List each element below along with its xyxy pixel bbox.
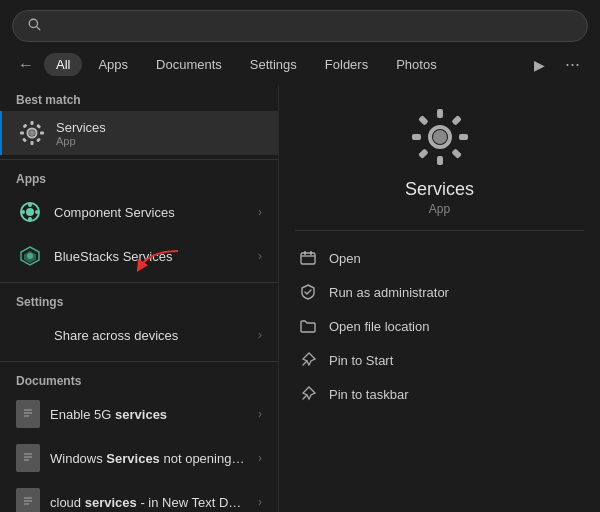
back-button[interactable]: ←: [12, 52, 40, 78]
svg-rect-9: [36, 124, 41, 129]
doc-windows-services[interactable]: Windows Services not opening on Windows …: [0, 436, 278, 480]
action-location-label: Open file location: [329, 319, 429, 334]
left-panel: Best match: [0, 85, 278, 512]
chevron-icon-4: ›: [258, 407, 262, 421]
action-pin-taskbar-label: Pin to taskbar: [329, 387, 409, 402]
pin-start-icon: [299, 351, 317, 369]
divider-3: [0, 361, 278, 362]
component-services-text: Component Services: [54, 205, 248, 220]
share-text: Share across devices: [54, 328, 248, 343]
divider-1: [0, 159, 278, 160]
doc-windows-text: Windows Services not opening on Windows …: [50, 451, 248, 466]
best-match-title: Services: [56, 120, 262, 135]
shield-icon: [299, 283, 317, 301]
app-component-services[interactable]: Component Services ›: [0, 190, 278, 234]
best-match-subtitle: App: [56, 135, 262, 147]
svg-point-12: [29, 130, 35, 136]
svg-rect-39: [451, 115, 462, 126]
action-open-label: Open: [329, 251, 361, 266]
action-open-location[interactable]: Open file location: [279, 309, 600, 343]
svg-rect-10: [22, 138, 27, 143]
svg-line-1: [36, 26, 39, 29]
right-divider: [295, 230, 584, 231]
action-open[interactable]: Open: [279, 241, 600, 275]
svg-rect-35: [437, 109, 443, 118]
svg-point-16: [28, 217, 32, 221]
svg-point-17: [21, 210, 25, 214]
bluestacks-title: BlueStacks Services: [54, 249, 248, 264]
svg-point-18: [35, 210, 39, 214]
svg-line-47: [303, 361, 307, 365]
open-icon: [299, 249, 317, 267]
tab-documents[interactable]: Documents: [144, 53, 234, 76]
svg-rect-30: [21, 493, 35, 511]
chevron-icon-3: ›: [258, 328, 262, 342]
apps-label: Apps: [0, 164, 278, 190]
svg-point-14: [26, 208, 34, 216]
action-pin-taskbar[interactable]: Pin to taskbar: [279, 377, 600, 411]
doc-5g-text: Enable 5G services: [50, 407, 248, 422]
more-button[interactable]: ···: [557, 50, 588, 79]
bluestacks-text: BlueStacks Services: [54, 249, 248, 264]
action-admin-label: Run as administrator: [329, 285, 449, 300]
doc-enable-5g[interactable]: Enable 5G services ›: [0, 392, 278, 436]
chevron-icon-5: ›: [258, 451, 262, 465]
doc-cloud-text: cloud services - in New Text Documents: [50, 495, 248, 510]
chevron-icon-6: ›: [258, 495, 262, 509]
svg-rect-41: [418, 115, 429, 126]
svg-rect-45: [304, 251, 306, 255]
svg-point-43: [433, 130, 447, 144]
share-title: Share across devices: [54, 328, 248, 343]
tab-all[interactable]: All: [44, 53, 82, 76]
doc-icon-1: [16, 400, 40, 428]
action-pin-start-label: Pin to Start: [329, 353, 393, 368]
svg-rect-22: [21, 405, 35, 423]
svg-rect-11: [36, 138, 41, 143]
search-icon: [27, 17, 42, 35]
svg-rect-37: [412, 134, 421, 140]
main-window: Services ← All Apps Documents Settings F…: [0, 0, 600, 512]
chevron-icon-1: ›: [258, 205, 262, 219]
component-services-title: Component Services: [54, 205, 248, 220]
settings-label: Settings: [0, 287, 278, 313]
tab-bar: ← All Apps Documents Settings Folders Ph…: [0, 50, 600, 79]
tab-photos[interactable]: Photos: [384, 53, 448, 76]
svg-rect-6: [20, 132, 24, 135]
doc-cloud-title: cloud services - in New Text Documents: [50, 495, 248, 510]
chevron-icon-2: ›: [258, 249, 262, 263]
svg-rect-7: [40, 132, 44, 135]
svg-rect-5: [31, 141, 34, 145]
right-app-name: Services: [405, 179, 474, 200]
svg-rect-42: [451, 148, 462, 159]
best-match-text: Services App: [56, 120, 262, 147]
tab-settings[interactable]: Settings: [238, 53, 309, 76]
svg-rect-36: [437, 156, 443, 165]
svg-rect-4: [31, 121, 34, 125]
svg-rect-8: [23, 124, 28, 129]
documents-label: Documents: [0, 366, 278, 392]
tab-folders[interactable]: Folders: [313, 53, 380, 76]
main-content: Best match: [0, 85, 600, 512]
svg-rect-44: [301, 253, 315, 264]
svg-line-48: [303, 395, 307, 399]
best-match-label: Best match: [0, 85, 278, 111]
tab-apps[interactable]: Apps: [86, 53, 140, 76]
action-run-admin[interactable]: Run as administrator: [279, 275, 600, 309]
play-button[interactable]: ▶: [526, 53, 553, 77]
setting-share[interactable]: Share across devices ›: [0, 313, 278, 357]
svg-rect-38: [459, 134, 468, 140]
best-match-services[interactable]: Services App: [0, 111, 278, 155]
services-icon: [18, 119, 46, 147]
search-input[interactable]: Services: [52, 18, 573, 35]
doc-cloud-services[interactable]: cloud services - in New Text Documents ›: [0, 480, 278, 512]
right-app-type: App: [429, 202, 450, 216]
svg-point-21: [27, 253, 33, 259]
right-panel: Services App Open: [278, 85, 600, 512]
action-pin-start[interactable]: Pin to Start: [279, 343, 600, 377]
svg-rect-26: [21, 449, 35, 467]
svg-rect-46: [310, 251, 312, 255]
divider-2: [0, 282, 278, 283]
svg-point-15: [28, 203, 32, 207]
folder-icon: [299, 317, 317, 335]
app-bluestacks-services[interactable]: BlueStacks Services ›: [0, 234, 278, 278]
